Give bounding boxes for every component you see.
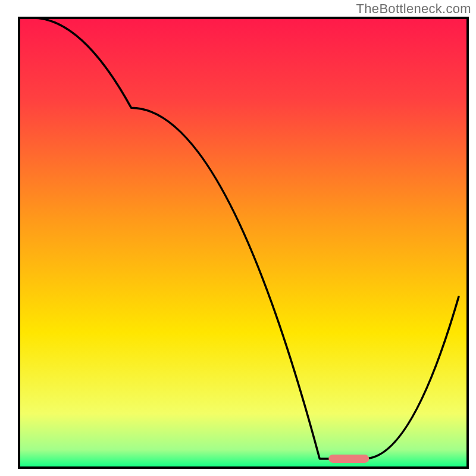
optimal-marker [328, 455, 369, 463]
watermark-text: TheBottleneck.com [356, 1, 471, 17]
chart-stage: TheBottleneck.com [0, 0, 476, 476]
plot-background [19, 18, 468, 468]
bottleneck-chart [0, 0, 476, 476]
